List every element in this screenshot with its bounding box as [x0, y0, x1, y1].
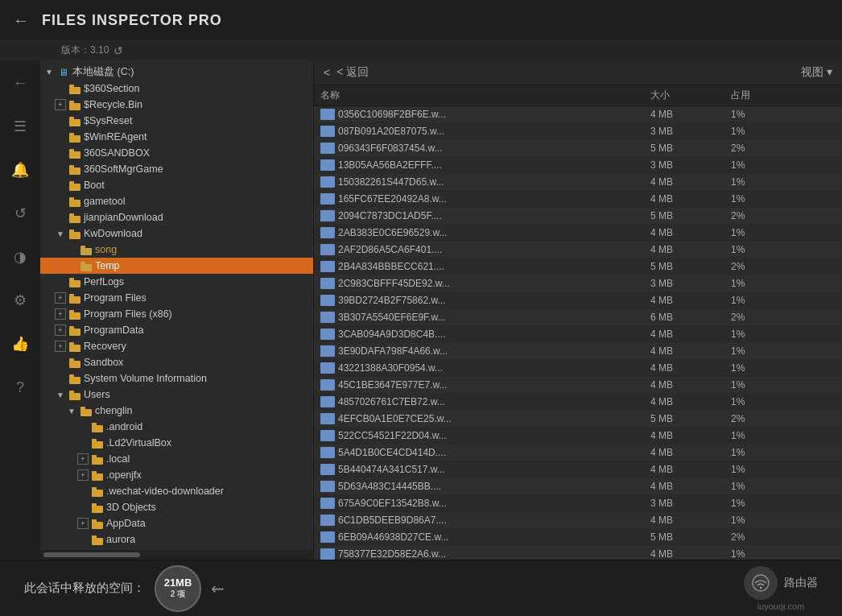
table-row[interactable]: 2C983CBFFF45DE92.w...3 MB1% — [314, 275, 842, 292]
table-row[interactable]: 2094C7873DC1AD5F....5 MB2% — [314, 208, 842, 225]
tree-item[interactable]: $SysReset — [40, 113, 313, 129]
tree-item[interactable]: + Program Files (x86) — [40, 306, 313, 322]
table-row[interactable]: 2B4A834BBBECC621....5 MB2% — [314, 258, 842, 275]
tree-item[interactable]: Sandbox — [40, 354, 313, 370]
table-row[interactable]: 096343F6F0837454.w...5 MB2% — [314, 140, 842, 157]
tree-item[interactable]: System Volume Information — [40, 370, 313, 387]
expand-icon[interactable] — [66, 260, 77, 271]
expand-icon[interactable] — [77, 421, 89, 432]
table-row[interactable]: 758377E32D58E2A6.w...4 MB1% — [314, 546, 842, 560]
expand-icon[interactable] — [55, 276, 66, 287]
expand-icon[interactable] — [55, 163, 66, 175]
table-row[interactable]: 4857026761C7EB72.w...4 MB1% — [314, 394, 842, 411]
tree-item[interactable]: $360Section — [40, 81, 313, 97]
expand-icon[interactable] — [55, 83, 66, 94]
table-row[interactable]: 165FC67EE20492A8.w...4 MB1% — [314, 191, 842, 208]
table-row[interactable]: 4EFCB0A1E0E7CE25.w...5 MB2% — [314, 411, 842, 428]
expand-icon[interactable]: + — [55, 99, 66, 110]
tree-item[interactable]: $WinREAgent — [40, 129, 313, 145]
expand-icon[interactable]: ▼ — [66, 405, 77, 416]
expand-icon[interactable]: ▼ — [55, 389, 66, 400]
expand-icon[interactable] — [55, 373, 66, 384]
tree-item[interactable]: Boot — [40, 177, 313, 193]
expand-icon[interactable]: + — [77, 469, 89, 481]
view-button[interactable]: 视图 ▾ — [801, 65, 832, 80]
expand-root[interactable]: ▼ — [43, 67, 55, 78]
tree-item[interactable]: gametool — [40, 193, 313, 209]
expand-icon[interactable]: + — [55, 341, 66, 352]
table-row[interactable]: 45C1BE3647E977E7.w...4 MB1% — [314, 377, 842, 394]
table-row[interactable]: 39BD2724B2F75862.w...4 MB1% — [314, 292, 842, 309]
table-body[interactable]: 0356C10698F2BF6E.w...4 MB1%087B091A20E87… — [314, 106, 842, 560]
table-row[interactable]: 5D63A483C14445BB....4 MB1% — [314, 478, 842, 495]
sidebar-icon-back[interactable]: ← — [6, 68, 35, 97]
tree-item[interactable]: aurora — [40, 531, 313, 548]
expand-icon[interactable] — [55, 131, 66, 143]
tree-item[interactable]: song — [40, 242, 313, 258]
table-row[interactable]: 2AF2D86A5CA6F401....4 MB1% — [314, 242, 842, 258]
expand-icon[interactable]: + — [77, 518, 89, 529]
tree-item[interactable]: .wechat-video-downloader — [40, 483, 313, 499]
sidebar-icon-history[interactable]: ◑ — [6, 242, 35, 271]
table-row[interactable]: 675A9C0EF13542B8.w...3 MB1% — [314, 495, 842, 512]
tree-item[interactable]: 360SoftMgrGame — [40, 161, 313, 177]
table-row[interactable]: 5A4D1B0CE4CD414D....4 MB1% — [314, 444, 842, 461]
tree-item[interactable]: PerfLogs — [40, 274, 313, 290]
tree-item[interactable]: ▼ Users — [40, 387, 313, 403]
tree-item[interactable]: jianpianDownload — [40, 209, 313, 225]
expand-icon[interactable] — [77, 437, 89, 449]
expand-icon[interactable]: + — [55, 292, 66, 304]
expand-icon[interactable] — [55, 147, 66, 159]
expand-icon[interactable] — [55, 357, 66, 368]
expand-icon[interactable] — [77, 486, 89, 497]
table-row[interactable]: 087B091A20E87075.w...3 MB1% — [314, 123, 842, 140]
expand-icon[interactable] — [55, 196, 66, 207]
tree-item[interactable]: + ProgramData — [40, 322, 313, 338]
tree-item[interactable]: ▼ KwDownload — [40, 225, 313, 242]
table-row[interactable]: 5B440474A341C517.w...4 MB1% — [314, 461, 842, 478]
sidebar-icon-settings[interactable]: ⚙ — [6, 286, 35, 315]
expand-icon[interactable]: + — [77, 453, 89, 465]
tree-item[interactable]: + $Recycle.Bin — [40, 97, 313, 113]
table-row[interactable]: 0356C10698F2BF6E.w...4 MB1% — [314, 106, 842, 123]
back-button[interactable]: < < 返回 — [324, 65, 369, 80]
tree-item[interactable]: + .openjfx — [40, 467, 313, 483]
table-row[interactable]: 6C1DB5DEEB9D86A7....4 MB1% — [314, 512, 842, 529]
table-row[interactable]: 43221388A30F0954.w...4 MB1% — [314, 360, 842, 377]
share-icon[interactable]: ⇜ — [211, 579, 225, 598]
sidebar-icon-refresh[interactable]: ↺ — [6, 199, 35, 228]
table-row[interactable]: 522CC54521F22D04.w...4 MB1% — [314, 428, 842, 444]
tree-item[interactable]: .android — [40, 419, 313, 435]
expand-icon[interactable] — [77, 534, 89, 545]
tree-item[interactable]: .Ld2VirtualBox — [40, 435, 313, 451]
tree-item-recovery[interactable]: + Recovery — [40, 338, 313, 354]
tree-item[interactable]: + AppData — [40, 515, 313, 531]
table-row[interactable]: 13B05AA56BA2EFFF....3 MB1% — [314, 157, 842, 174]
expand-icon[interactable]: ▼ — [55, 228, 66, 239]
table-row[interactable]: 2AB383E0C6E96529.w...4 MB1% — [314, 225, 842, 242]
tree-item[interactable]: 3D Objects — [40, 499, 313, 515]
sidebar-icon-like[interactable]: 👍 — [6, 329, 35, 358]
file-tree-content[interactable]: ▼ 🖥 本地磁盘 (C:) $360Section + $Recycle.Bin… — [40, 60, 313, 550]
tree-item-selected[interactable]: Temp — [40, 258, 313, 274]
table-row[interactable]: 3E90DAFA798F4A66.w...4 MB1% — [314, 343, 842, 360]
tree-item[interactable]: ▼ chenglin — [40, 403, 313, 419]
tree-item[interactable]: 360SANDBOX — [40, 145, 313, 161]
sidebar-icon-bell[interactable]: 🔔 — [6, 155, 35, 184]
tree-root[interactable]: ▼ 🖥 本地磁盘 (C:) — [40, 64, 313, 81]
table-row[interactable]: 3B307A5540EF6E9F.w...6 MB2% — [314, 309, 842, 326]
tree-item[interactable]: + Program Files — [40, 290, 313, 306]
expand-icon[interactable] — [66, 244, 77, 255]
expand-icon[interactable] — [77, 502, 89, 513]
expand-icon[interactable]: + — [55, 325, 66, 336]
tree-item[interactable]: + .local — [40, 451, 313, 467]
tree-horizontal-scrollbar[interactable] — [40, 550, 313, 560]
sidebar-icon-help[interactable]: ? — [6, 373, 35, 402]
expand-icon[interactable] — [55, 115, 66, 126]
table-row[interactable]: 150382261S447D65.w...4 MB1% — [314, 174, 842, 191]
expand-icon[interactable] — [55, 180, 66, 191]
expand-icon[interactable] — [55, 212, 66, 223]
back-arrow-icon[interactable]: ← — [13, 11, 29, 30]
refresh-icon[interactable]: ↺ — [114, 44, 123, 57]
expand-icon[interactable]: + — [55, 308, 66, 320]
